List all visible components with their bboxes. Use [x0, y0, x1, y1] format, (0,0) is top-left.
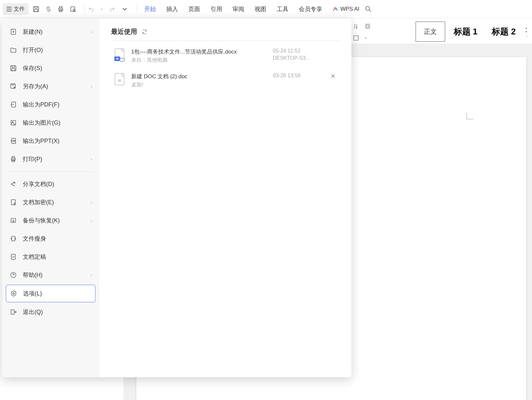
- redo-icon[interactable]: [109, 6, 116, 13]
- word-cloud-icon: W: [114, 48, 125, 62]
- sidebar-item-exit[interactable]: 退出(Q): [6, 304, 95, 320]
- link-icon[interactable]: [45, 6, 52, 13]
- sidebar-item-save[interactable]: 保存(S): [6, 60, 95, 77]
- export-pdf-icon: [10, 101, 17, 108]
- svg-rect-13: [12, 69, 15, 71]
- recent-file-time: 03-26 13:56: [273, 73, 300, 79]
- tab-view[interactable]: 视图: [255, 4, 266, 14]
- border-dropdown-icon[interactable]: [364, 34, 367, 42]
- sidebar-divider: [7, 171, 94, 172]
- sidebar-item-share[interactable]: 分享文档(D): [6, 176, 95, 193]
- sidebar-item-new[interactable]: 新建(N) ›: [6, 23, 95, 40]
- recent-file-name: 新建 DOC 文档 (2).doc: [131, 73, 267, 80]
- file-sidebar: 新建(N) › 打开(O) 保存(S) 另存为(A) › 输出为PDF(F) 输…: [2, 18, 99, 377]
- sidebar-item-saveas[interactable]: 另存为(A) ›: [6, 78, 95, 95]
- tab-insert[interactable]: 插入: [166, 4, 178, 14]
- recent-file-row[interactable]: W 1包----商务技术文件...节活动奖品供应.docx 来自：其他电脑 05…: [111, 44, 340, 68]
- refresh-icon[interactable]: [141, 28, 148, 35]
- print-menu-icon: [10, 156, 17, 163]
- backup-icon: [10, 217, 17, 224]
- encrypt-icon: [10, 199, 17, 206]
- save-icon[interactable]: [32, 6, 40, 13]
- sidebar-item-print[interactable]: 打印(P) ›: [6, 151, 95, 168]
- recent-file-location: DESKTOP-S3...: [273, 55, 310, 61]
- svg-rect-9: [366, 25, 369, 28]
- wps-ai-icon: [333, 6, 338, 12]
- select-all-icon[interactable]: [364, 23, 371, 30]
- recent-file-time: 05-24 11:52: [273, 48, 300, 54]
- border-icon[interactable]: [352, 34, 360, 42]
- wps-ai-button[interactable]: WPS AI: [333, 6, 360, 12]
- recent-divider: [111, 41, 340, 41]
- tab-reference[interactable]: 引用: [210, 4, 222, 14]
- recent-file-source: 来自：其他电脑: [131, 57, 267, 64]
- recent-file-source: 桌面/: [131, 81, 267, 88]
- svg-rect-10: [354, 36, 358, 40]
- finalize-icon: [10, 253, 17, 260]
- undo-icon[interactable]: [87, 6, 95, 13]
- file-label: 文件: [14, 5, 25, 13]
- svg-rect-25: [12, 236, 15, 241]
- style-heading2[interactable]: 标题 2: [486, 21, 522, 43]
- toolbar-divider: [84, 5, 85, 13]
- chevron-right-icon: ›: [91, 156, 92, 162]
- tab-page[interactable]: 页面: [188, 4, 200, 14]
- svg-rect-21: [12, 160, 15, 162]
- tab-review[interactable]: 审阅: [233, 4, 244, 14]
- svg-point-28: [13, 293, 15, 294]
- sidebar-item-export-image[interactable]: 输出为图片(G): [6, 114, 95, 131]
- recent-title: 最近使用: [111, 27, 137, 36]
- chevron-right-icon: ›: [91, 200, 92, 205]
- svg-rect-4: [59, 10, 62, 12]
- svg-point-33: [120, 58, 125, 61]
- sidebar-item-options[interactable]: 选项(L): [6, 285, 95, 302]
- top-toolbar: 文件 开始 插入 页面 引用 审阅: [0, 0, 532, 18]
- save-file-icon: [10, 65, 17, 72]
- search-icon[interactable]: [365, 6, 372, 13]
- style-normal[interactable]: 正文: [415, 21, 445, 42]
- file-menu-button[interactable]: 文件: [3, 3, 29, 15]
- slim-icon: [10, 235, 17, 242]
- close-icon[interactable]: ✕: [331, 73, 337, 80]
- svg-rect-8: [365, 24, 370, 29]
- styles-up-icon[interactable]: ▴: [526, 26, 528, 30]
- sidebar-item-export-ppt[interactable]: 输出为PPT(X): [6, 132, 95, 149]
- word-icon: W: [114, 73, 125, 87]
- print-preview-icon[interactable]: [70, 6, 77, 13]
- svg-point-23: [14, 203, 15, 204]
- chevron-right-icon: ›: [91, 84, 92, 89]
- hamburger-icon: [6, 7, 12, 11]
- chevron-right-icon: ›: [91, 218, 92, 223]
- sidebar-item-encrypt[interactable]: 文档加密(E) ›: [6, 194, 95, 211]
- menu-tabs: 开始 插入 页面 引用 审阅 视图 工具 会员专享: [144, 4, 322, 14]
- svg-rect-20: [12, 156, 15, 158]
- sidebar-item-finalize[interactable]: 文档定稿: [6, 248, 95, 265]
- sidebar-item-backup[interactable]: 备份与恢复(K) ›: [6, 212, 95, 229]
- svg-point-7: [366, 6, 370, 10]
- more-dropdown-icon[interactable]: [121, 6, 128, 13]
- file-dropdown-panel: 新建(N) › 打开(O) 保存(S) 另存为(A) › 输出为PDF(F) 输…: [2, 18, 351, 377]
- svg-rect-3: [59, 6, 62, 8]
- print-icon[interactable]: [57, 6, 64, 13]
- sidebar-item-slim[interactable]: 文件瘦身: [6, 230, 95, 247]
- styles-down-icon[interactable]: ▾: [526, 30, 528, 33]
- sidebar-item-export-pdf[interactable]: 输出为PDF(F): [6, 96, 95, 113]
- new-icon: [10, 28, 17, 35]
- tab-start[interactable]: 开始: [144, 4, 156, 14]
- styles-expand-icon[interactable]: ⌄: [526, 34, 528, 37]
- undo-dropdown-icon[interactable]: [100, 6, 104, 13]
- style-heading1[interactable]: 标题 1: [448, 21, 484, 43]
- options-icon: [10, 290, 17, 297]
- sort-icon[interactable]: [352, 23, 360, 30]
- recent-file-row[interactable]: W 新建 DOC 文档 (2).doc 桌面/ 03-26 13:56 ✕: [111, 68, 340, 93]
- saveas-icon: [10, 83, 17, 90]
- tab-member[interactable]: 会员专享: [299, 4, 322, 14]
- export-image-icon: [10, 119, 17, 126]
- exit-icon: [10, 308, 17, 316]
- tab-tools[interactable]: 工具: [277, 4, 288, 14]
- svg-rect-29: [11, 310, 14, 314]
- recent-file-name: 1包----商务技术文件...节活动奖品供应.docx: [131, 48, 267, 56]
- sidebar-item-help[interactable]: 帮助(H) ›: [6, 267, 95, 283]
- share-icon: [10, 181, 17, 188]
- sidebar-item-open[interactable]: 打开(O): [6, 42, 95, 58]
